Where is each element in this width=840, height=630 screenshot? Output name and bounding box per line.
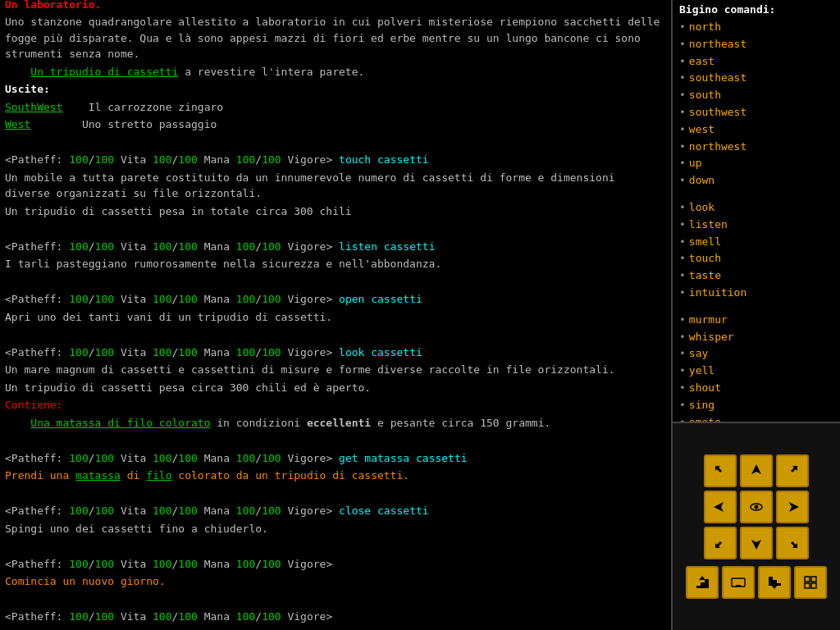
cmd-item-intuition: • intuition — [679, 285, 833, 302]
cmd-listen[interactable]: listen — [689, 217, 728, 234]
cmd-item-shout: • shout — [679, 380, 833, 397]
cmd-west[interactable]: west — [689, 121, 714, 139]
cmd-item-northeast: • northeast — [679, 36, 833, 53]
west-btn[interactable] — [704, 491, 737, 523]
cmd-intuition[interactable]: intuition — [689, 285, 746, 302]
svg-point-3 — [755, 505, 759, 509]
cmd-taste[interactable]: taste — [689, 267, 721, 285]
prompt-touch: <Patheff: 100/100 Vita 100/100 Mana 100/… — [5, 152, 666, 168]
cmd-say[interactable]: say — [689, 345, 708, 363]
right-panel: Bigino comandi: • north • northeast • ea… — [673, 0, 840, 630]
cmd-yell[interactable]: yell — [689, 363, 714, 380]
prompt-look-cassetti: <Patheff: 100/100 Vita 100/100 Mana 100/… — [5, 345, 666, 361]
cmd-item-emote: • emote — [679, 414, 833, 423]
blank-2 — [5, 221, 666, 237]
svg-rect-20 — [769, 577, 773, 586]
close-result: Spingi uno dei cassetti fino a chiuderlo… — [5, 521, 666, 537]
exits-header: Uscite: — [5, 81, 666, 98]
look-center-btn[interactable] — [740, 491, 773, 523]
cmd-southwest[interactable]: southwest — [689, 104, 746, 121]
prompt-empty1: <Patheff: 100/100 Vita 100/100 Mana 100/… — [5, 556, 666, 573]
commands-title: Bigino comandi: — [679, 3, 833, 16]
cmd-item-down: • down — [679, 172, 833, 189]
cmd-item-north: • north — [679, 19, 833, 36]
cmd-item-up: • up — [679, 155, 833, 172]
room-desc: Uno stanzone quadrangolare allestito a l… — [5, 14, 666, 62]
contains-label: Contiene: — [5, 397, 666, 413]
room-title: Un laboratorio. — [5, 0, 666, 12]
contains-item: Una matassa di filo colorato in condizio… — [5, 415, 666, 431]
cmd-down[interactable]: down — [689, 172, 714, 189]
southwest-btn[interactable] — [704, 527, 737, 559]
cmd-northwest[interactable]: northwest — [689, 139, 746, 156]
blank-1 — [5, 135, 666, 151]
svg-marker-9 — [699, 576, 705, 580]
prompt-empty2: <Patheff: 100/100 Vita 100/100 Mana 100/… — [5, 609, 666, 625]
cmd-section-comm: • murmur • whisper • say • yell • shout … — [679, 312, 833, 423]
cmd-item-sing: • sing — [679, 397, 833, 414]
svg-rect-24 — [805, 577, 810, 582]
cmd-item-listen: • listen — [679, 217, 833, 234]
svg-marker-0 — [751, 464, 761, 474]
cmd-item-smell: • smell — [679, 234, 833, 251]
cmd-shout[interactable]: shout — [689, 380, 721, 397]
cmd-item-southwest: • southwest — [679, 104, 833, 121]
cmd-north[interactable]: north — [689, 19, 721, 36]
cmd-section-directions: • north • northeast • east • southeast •… — [679, 19, 833, 189]
nav-panel — [673, 423, 840, 630]
cmd-emote[interactable]: emote — [689, 414, 721, 423]
svg-rect-8 — [705, 579, 709, 588]
cmd-northeast[interactable]: northeast — [689, 36, 746, 53]
cmd-item-whisper: • whisper — [679, 329, 833, 346]
down-stairs-btn[interactable] — [758, 566, 791, 599]
keyboard-btn[interactable] — [722, 566, 755, 599]
cmd-east[interactable]: east — [689, 53, 714, 71]
cmd-item-west: • west — [679, 121, 833, 139]
svg-rect-21 — [773, 580, 777, 586]
svg-rect-25 — [811, 577, 816, 582]
cmd-touch[interactable]: touch — [689, 250, 721, 267]
southeast-btn[interactable] — [776, 527, 809, 559]
south-btn[interactable] — [740, 527, 773, 559]
cmd-up[interactable]: up — [689, 155, 702, 172]
up-stairs-btn[interactable] — [686, 566, 719, 599]
cmd-item-northwest: • northwest — [679, 139, 833, 156]
extra-grid-btn[interactable] — [794, 566, 827, 599]
exit-southwest: SouthWest Il carrozzone zingaro — [5, 99, 666, 116]
cmd-sing[interactable]: sing — [689, 397, 714, 414]
cmd-south[interactable]: south — [689, 87, 721, 104]
prompt-get: <Patheff: 100/100 Vita 100/100 Mana 100/… — [5, 450, 666, 467]
cmd-item-taste: • taste — [679, 267, 833, 285]
exit-west: West Uno stretto passaggio — [5, 116, 666, 133]
room-item: Un tripudio di cassetti a revestire l'in… — [5, 64, 666, 80]
svg-marker-23 — [771, 585, 778, 589]
prompt-listen: <Patheff: 100/100 Vita 100/100 Mana 100/… — [5, 239, 666, 255]
cmd-smell[interactable]: smell — [689, 234, 721, 251]
cmd-item-touch: • touch — [679, 250, 833, 267]
cmd-look[interactable]: look — [689, 199, 714, 217]
blank-6 — [5, 486, 666, 502]
east-btn[interactable] — [776, 491, 809, 523]
svg-marker-1 — [714, 502, 724, 512]
northeast-btn[interactable] — [776, 454, 809, 487]
get-result: Prendi una matassa di filo colorato da u… — [5, 468, 666, 484]
svg-marker-5 — [751, 540, 761, 550]
prompt-open: <Patheff: 100/100 Vita 100/100 Mana 100/… — [5, 291, 666, 308]
northwest-btn[interactable] — [704, 454, 737, 487]
blank-4 — [5, 326, 666, 343]
svg-rect-6 — [696, 586, 701, 588]
listen-desc: I tarli pasteggiano rumorosamente nella … — [5, 256, 666, 272]
touch-desc: Un mobile a tutta parete costituito da u… — [5, 170, 666, 202]
blank-3 — [5, 274, 666, 290]
cmd-item-murmur: • murmur — [679, 312, 833, 329]
terminal-output[interactable]: <Patheff: 100/100 Vita 100/100 Mana 100/… — [0, 0, 671, 630]
svg-rect-22 — [777, 583, 781, 586]
north-btn[interactable] — [740, 454, 773, 487]
nav-grid — [704, 454, 809, 559]
extra-nav-row — [686, 566, 827, 599]
cmd-whisper[interactable]: whisper — [689, 329, 734, 346]
cmd-murmur[interactable]: murmur — [689, 312, 728, 329]
cmd-item-south: • south — [679, 87, 833, 104]
cmd-southeast[interactable]: southeast — [689, 70, 746, 87]
svg-marker-4 — [789, 502, 799, 512]
